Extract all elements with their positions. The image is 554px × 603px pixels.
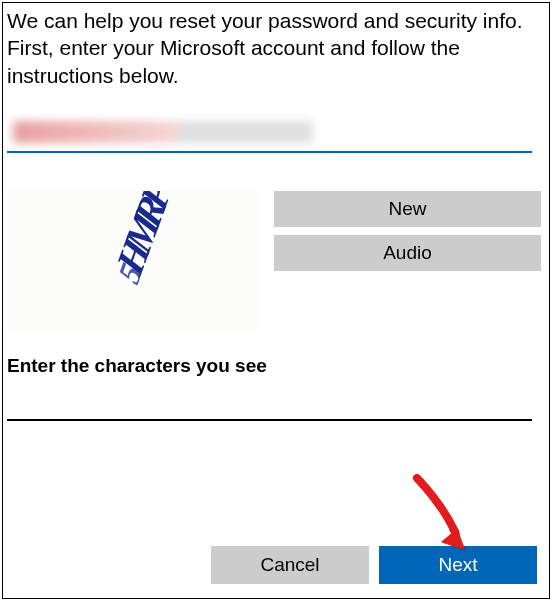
cancel-button[interactable]: Cancel <box>211 546 369 584</box>
captcha-buttons: New Audio <box>274 191 541 329</box>
captcha-prompt: Enter the characters you see <box>7 355 541 377</box>
email-underline <box>7 151 532 153</box>
audio-captcha-button[interactable]: Audio <box>274 235 541 271</box>
footer-buttons: Cancel Next <box>211 546 537 584</box>
new-captcha-button[interactable]: New <box>274 191 541 227</box>
next-button[interactable]: Next <box>379 546 537 584</box>
captcha-input[interactable] <box>7 419 532 421</box>
svg-text:5HMRP: 5HMRP <box>105 191 180 290</box>
captcha-row: 5HMRP New Audio <box>7 191 541 329</box>
reset-password-panel: We can help you reset your password and … <box>2 2 550 599</box>
captcha-image: 5HMRP <box>7 191 260 329</box>
email-input[interactable] <box>7 119 541 149</box>
instruction-text: We can help you reset your password and … <box>7 7 541 89</box>
email-blur <box>13 121 313 143</box>
